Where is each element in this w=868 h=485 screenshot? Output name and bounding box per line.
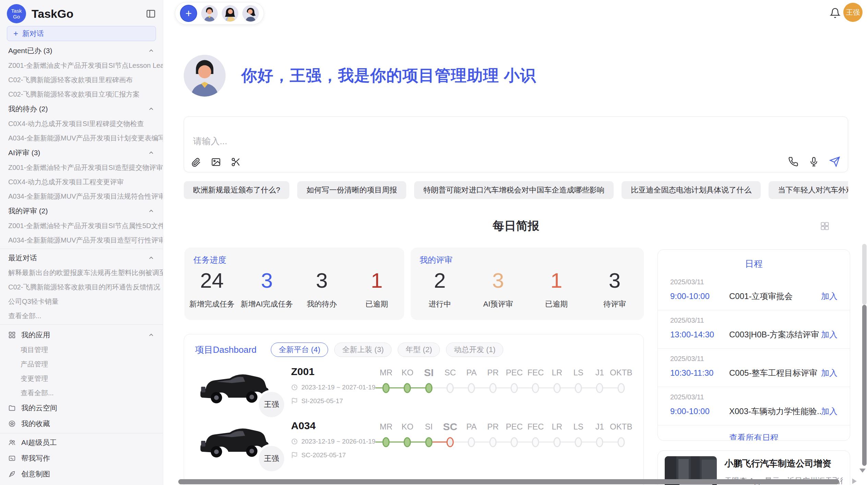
chevron-up-icon[interactable]: [148, 105, 155, 112]
list-item[interactable]: Z001-全新燃油轻卡产品开发项目SI造型提交物评审: [0, 160, 163, 175]
milestone-node-done[interactable]: [425, 383, 432, 393]
scroll-down-arrow[interactable]: [859, 469, 866, 473]
sidebar-item-change-mgmt[interactable]: 变更管理: [0, 371, 163, 386]
scissors-icon[interactable]: [231, 157, 241, 167]
image-icon[interactable]: [211, 157, 221, 167]
list-item[interactable]: A034-全新新能源MUV产品开发项目造型可行性评审: [0, 233, 163, 247]
milestone-node[interactable]: [468, 383, 475, 393]
sidebar-item-project-mgmt[interactable]: 项目管理: [0, 343, 163, 357]
filter-chip[interactable]: 动总开发 (1): [446, 343, 503, 357]
member-avatar[interactable]: [222, 5, 238, 22]
milestone-label: KO: [401, 419, 413, 434]
chat-input-box[interactable]: 请输入...: [184, 116, 848, 172]
join-link[interactable]: 加入: [821, 406, 837, 417]
filter-chip[interactable]: 全新上装 (3): [334, 343, 391, 357]
vertical-scrollbar-thumb[interactable]: [862, 305, 867, 466]
collapse-sidebar-icon[interactable]: [146, 9, 156, 19]
view-all-apps[interactable]: 查看全部...: [0, 386, 163, 400]
section-my-todo[interactable]: 我的待办 (2): [0, 101, 163, 116]
horizontal-scrollbar-thumb[interactable]: [178, 479, 839, 484]
sidebar-item-favorites[interactable]: 我的收藏: [0, 416, 163, 432]
new-chat-button[interactable]: + 新对话: [7, 26, 156, 41]
sidebar-item-creative-draw[interactable]: 创意制图: [0, 466, 163, 482]
list-item[interactable]: C02-飞腾新能源轻客改款项目立项汇报方案: [0, 87, 163, 101]
milestone-node[interactable]: [489, 383, 496, 393]
suggestion-chip[interactable]: 欧洲新规最近颁布了什么?: [184, 181, 289, 199]
suggestion-chip[interactable]: 特朗普可能对进口汽车增税会对中国车企造成哪些影响: [414, 181, 614, 199]
milestone-node-done[interactable]: [404, 437, 411, 447]
section-ai-review[interactable]: AI评审 (3): [0, 145, 163, 160]
view-all-schedule-link[interactable]: 查看所有日程: [658, 425, 850, 441]
suggestion-chip[interactable]: 比亚迪全固态电池计划具体说了什么: [622, 181, 761, 199]
list-item[interactable]: Z001-全新燃油轻卡产品开发项目SI节点属性5D文件评审: [0, 219, 163, 233]
project-row[interactable]: 王强 A034 2023-12-19 ~ 2026-01-19 SC-2025-…: [184, 414, 643, 468]
milestone-node[interactable]: [468, 437, 475, 447]
assistant-avatar: [184, 55, 226, 97]
list-item[interactable]: C0X4-动力总成开发项目工程变更评审: [0, 175, 163, 189]
project-row[interactable]: 王强 Z001 2023-12-19 ~ 2027-01-19 SI-2025-…: [184, 360, 643, 414]
chevron-up-icon[interactable]: [148, 208, 155, 214]
sidebar-item-cloud-space[interactable]: 我的云空间: [0, 400, 163, 416]
sidebar-item-help-write[interactable]: 帮我写作: [0, 450, 163, 466]
milestone-node-done[interactable]: [383, 383, 390, 393]
list-item[interactable]: C0X4-动力总成开发项目SI里程碑提交物检查: [0, 116, 163, 131]
milestone-node[interactable]: [553, 437, 560, 447]
list-item[interactable]: C02-飞腾新能源轻客改款项目的闭环通告反馈情况: [0, 280, 163, 294]
milestone-node[interactable]: [617, 437, 625, 447]
project-dates: 2023-12-19 ~ 2027-01-19: [291, 384, 375, 391]
suggestion-chip[interactable]: 如何写一份清晰的项目周报: [297, 181, 406, 199]
layout-grid-icon[interactable]: [820, 221, 830, 231]
sidebar-item-product-mgmt[interactable]: 产品管理: [0, 357, 163, 371]
sidebar-item-ai-employee[interactable]: AI超级员工: [0, 435, 163, 450]
section-agent-done[interactable]: Agent已办 (3): [0, 43, 163, 58]
notification-bell-icon[interactable]: [830, 8, 841, 18]
list-item[interactable]: A034-全新新能源MUV产品开发项目法规符合性评审: [0, 189, 163, 203]
milestone-node-done[interactable]: [425, 437, 432, 447]
input-toolbar-left: [191, 157, 241, 167]
milestone-node[interactable]: [575, 383, 582, 393]
attachment-icon[interactable]: [191, 157, 201, 167]
section-my-review[interactable]: 我的评审 (2): [0, 203, 163, 219]
list-item[interactable]: Z001-全新燃油皮卡产品开发项目SI节点Lesson Learn报告: [0, 58, 163, 73]
join-link[interactable]: 加入: [821, 291, 837, 302]
milestone-node[interactable]: [596, 383, 603, 393]
chevron-up-icon[interactable]: [148, 149, 155, 156]
section-my-apps[interactable]: 我的应用: [0, 327, 163, 343]
milestone-node[interactable]: [553, 383, 560, 393]
milestone-node[interactable]: [447, 383, 454, 393]
chevron-up-icon[interactable]: [148, 332, 155, 338]
milestone-node[interactable]: [596, 437, 603, 447]
milestone-node-done[interactable]: [383, 437, 390, 447]
milestone-node[interactable]: [575, 437, 582, 447]
microphone-icon[interactable]: [809, 157, 819, 167]
chevron-up-icon[interactable]: [148, 254, 155, 261]
milestone-node[interactable]: [511, 383, 518, 393]
member-avatar[interactable]: [242, 5, 259, 22]
milestone-node[interactable]: [511, 437, 518, 447]
list-item[interactable]: 公司Q3轻卡销量: [0, 294, 163, 309]
milestone-node[interactable]: [489, 437, 496, 447]
join-link[interactable]: 加入: [821, 329, 837, 340]
list-item[interactable]: 解释最新出台的欧盟报废车法规再生塑料比例被调至15%...: [0, 265, 163, 280]
join-link[interactable]: 加入: [821, 368, 837, 378]
member-avatar[interactable]: [201, 5, 218, 22]
user-avatar[interactable]: 王强: [843, 3, 863, 22]
view-all-chats[interactable]: 查看全部...: [0, 309, 163, 323]
suggestion-chip[interactable]: 当下年轻人对汽车外观有怎样的喜好趋势: [769, 181, 848, 199]
scroll-right-arrow[interactable]: [852, 478, 857, 484]
vertical-scrollbar-track[interactable]: [862, 244, 867, 305]
filter-chip[interactable]: 年型 (2): [398, 343, 440, 357]
milestone-node[interactable]: [532, 383, 539, 393]
milestone-node-done[interactable]: [404, 383, 411, 393]
list-item[interactable]: A034-全新新能源MUV产品开发项目计划变更表编写: [0, 131, 163, 145]
add-member-button[interactable]: +: [180, 5, 197, 22]
phone-icon[interactable]: [788, 157, 798, 167]
filter-chip-active[interactable]: 全新平台 (4): [271, 343, 328, 357]
milestone-node-overdue[interactable]: [447, 437, 454, 447]
list-item[interactable]: C02-飞腾新能源轻客改款项目里程碑画布: [0, 73, 163, 87]
milestone-node[interactable]: [617, 383, 625, 393]
send-icon[interactable]: [829, 156, 840, 167]
section-recent-chats[interactable]: 最近对话: [0, 250, 163, 265]
milestone-node[interactable]: [532, 437, 539, 447]
chevron-up-icon[interactable]: [148, 47, 155, 54]
